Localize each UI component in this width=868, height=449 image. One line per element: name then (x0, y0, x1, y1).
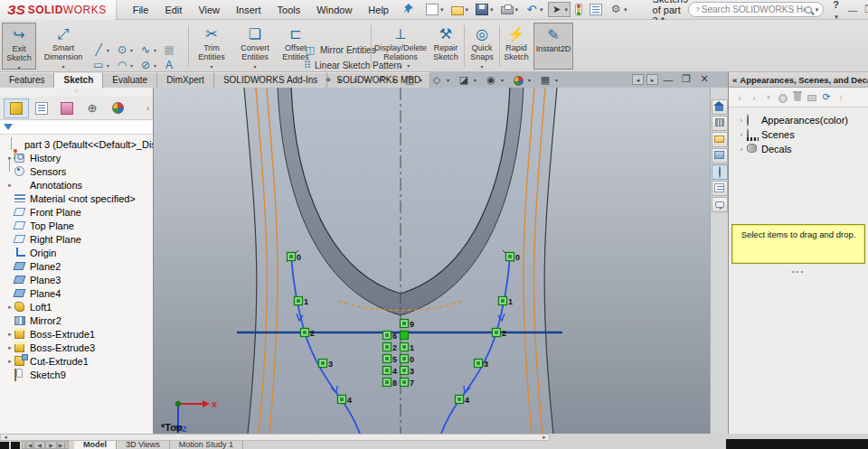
rapid-sketch-button[interactable]: ⚡ RapidSketch (501, 23, 532, 70)
arc-tool-icon[interactable]: ◠ (114, 58, 130, 72)
dropdown-caret-icon[interactable]: ▾ (466, 62, 498, 71)
sketch-point[interactable]: 2 (383, 343, 398, 353)
dropdown-caret-icon[interactable]: ▾ (540, 6, 543, 14)
sketch-point[interactable]: 4 (338, 396, 353, 406)
home-tab[interactable] (712, 99, 728, 115)
tree-root-part[interactable]: part 3 (Default<<Default>_Display State (0, 137, 153, 151)
expand-arrow-icon[interactable]: › (736, 132, 747, 138)
tree-item-sketch9[interactable]: Sketch9 (0, 368, 153, 381)
line-tool-icon[interactable]: ╱ (90, 42, 107, 57)
convert-entities-button[interactable]: ❏ ConvertEntities ▾ (233, 23, 277, 70)
taskpane-item-decals[interactable]: ›Decals (729, 142, 868, 156)
pane-arrow-left-icon[interactable]: ◂ (632, 74, 644, 85)
restore-icon[interactable]: ❐ (861, 4, 868, 15)
display-delete-relations-button[interactable]: ⟂ Display/DeleteRelations ▾ (373, 23, 428, 70)
tab-overflow-arrow[interactable]: › (146, 104, 149, 113)
forum-tab[interactable] (712, 197, 728, 212)
dropdown-caret-icon[interactable]: ▾ (420, 77, 427, 83)
tree-item-plane4[interactable]: Plane4 (0, 286, 153, 300)
panel-splitter-handle[interactable]: ○ (0, 88, 153, 97)
tree-item-front-plane[interactable]: Front Plane (0, 205, 153, 219)
close-doc-icon[interactable]: ✕ (696, 73, 712, 85)
pane-arrow-right-icon[interactable]: ▸ (646, 74, 658, 85)
menu-view[interactable]: View (190, 2, 228, 18)
tab-evaluate[interactable]: Evaluate (103, 72, 157, 88)
dropdown-caret-icon[interactable]: ▾ (107, 47, 114, 53)
quick-snaps-button[interactable]: ◎ QuickSnaps ▾ (466, 23, 498, 70)
sketch-point[interactable]: 4 (456, 396, 470, 406)
display-style-icon[interactable]: ◪ (454, 74, 474, 86)
custom-properties-tab[interactable] (712, 181, 728, 196)
rectangle-tool-icon[interactable]: ▭ (90, 58, 107, 72)
appearances-scenes-decals-tab[interactable] (712, 164, 728, 180)
menu-edit[interactable]: Edit (156, 2, 190, 18)
dropdown-caret-icon[interactable]: ▾ (373, 62, 428, 71)
tab-featuremanager-tree[interactable] (4, 98, 29, 118)
dropdown-caret-icon[interactable]: ▾ (130, 62, 137, 69)
sketch-point[interactable]: 1 (295, 297, 309, 307)
dropdown-caret-icon[interactable]: ▾ (130, 47, 137, 53)
dropdown-caret-icon[interactable]: ▾ (38, 62, 89, 71)
sketch-point[interactable] (401, 332, 409, 340)
print-button[interactable]: ▾ (498, 3, 522, 16)
expand-arrow-icon[interactable]: ▸ (5, 344, 14, 351)
tree-item-right-plane[interactable]: Right Plane (0, 232, 153, 246)
tree-item-history[interactable]: ▸History (0, 151, 153, 164)
dropdown-caret-icon[interactable]: ▾ (233, 62, 277, 71)
dropdown-caret-icon[interactable]: ▾ (565, 6, 569, 14)
dropdown-caret-icon[interactable]: ▾ (474, 77, 481, 83)
graphics-viewport[interactable]: 01234012346254891037 X Z *Top (154, 88, 710, 434)
previous-view-icon[interactable]: ↶ (373, 74, 392, 86)
restore-doc-icon[interactable]: ❐ (678, 73, 694, 85)
expand-arrow-icon[interactable]: › (736, 117, 747, 124)
dropdown-caret-icon[interactable]: ▾ (528, 77, 535, 83)
dropdown-caret-icon[interactable]: ▾ (515, 6, 519, 14)
instant2d-button[interactable]: ✎ Instant2D (533, 23, 573, 70)
tree-item-loft1[interactable]: ▸Loft1 (0, 300, 153, 313)
sketch-point[interactable]: 4 (383, 367, 398, 377)
tree-item-plane2[interactable]: Plane2 (0, 259, 153, 273)
select-button[interactable]: ➤▾ (548, 2, 571, 17)
tree-item-mirror2[interactable]: Mirror2 (0, 313, 153, 327)
dropdown-caret-icon[interactable]: ▾ (835, 14, 838, 20)
dropdown-caret-icon[interactable]: ▾ (338, 77, 345, 83)
dropdown-caret-icon[interactable]: ▾ (3, 63, 35, 72)
tree-item-material-not-specified-[interactable]: Material <not specified> (0, 192, 153, 205)
undo-button[interactable]: ↶▾ (523, 2, 546, 17)
sketch-point[interactable]: 8 (383, 379, 398, 388)
edit-appearance-icon[interactable] (508, 74, 528, 86)
expand-arrow-icon[interactable]: ▸ (5, 182, 14, 189)
view-palette-tab[interactable] (712, 148, 728, 164)
open-folder-icon[interactable] (805, 92, 819, 103)
back-icon[interactable]: ‹ (732, 92, 747, 103)
refresh-icon[interactable]: ⟳ (819, 91, 834, 103)
appearance-ball-icon[interactable] (776, 91, 790, 102)
tab-sketch[interactable]: Sketch (54, 72, 103, 88)
magnifier-icon[interactable] (805, 6, 812, 14)
search-box[interactable]: ? Search SOLIDWORKS Help ▾ (688, 2, 824, 17)
sketch-point[interactable]: 7 (401, 379, 415, 388)
sketch-point[interactable]: 3 (319, 360, 334, 369)
dropdown-caret-icon[interactable]: ▾ (447, 77, 454, 83)
sketch-point[interactable]: 9 (401, 320, 415, 330)
first-tab-icon[interactable]: ❘◀ (22, 441, 33, 449)
hide-show-items-icon[interactable]: ◉ (481, 74, 501, 86)
tree-item-cut-extrude1[interactable]: ▸Cut-Extrude1 (0, 354, 153, 368)
dropdown-caret-icon[interactable]: ▾ (107, 62, 114, 69)
tab-propertymanager[interactable] (29, 98, 54, 118)
text-tool-icon[interactable]: A (161, 58, 177, 72)
dropdown-caret-icon[interactable]: ▾ (154, 47, 161, 53)
sketch-point[interactable]: 1 (401, 343, 415, 353)
scroll-right-icon[interactable]: ► (540, 435, 549, 440)
taskpane-item-appearances-color-[interactable]: ›Appearances(color) (729, 113, 868, 127)
dropdown-caret-icon[interactable]: ▾ (392, 77, 400, 83)
ellipse-tool-icon[interactable]: ⊘ (137, 58, 154, 72)
last-tab-icon[interactable]: ▶❘ (57, 441, 69, 449)
minimize-icon[interactable]: — (844, 5, 861, 15)
rebuild-button[interactable] (572, 2, 585, 17)
dropdown-caret-icon[interactable]: ▾ (466, 6, 469, 14)
save-button[interactable]: ▾ (473, 2, 496, 17)
tab-displaymanager[interactable] (105, 98, 130, 118)
forward-icon[interactable]: › (747, 92, 761, 103)
tree-item-plane3[interactable]: Plane3 (0, 273, 153, 286)
